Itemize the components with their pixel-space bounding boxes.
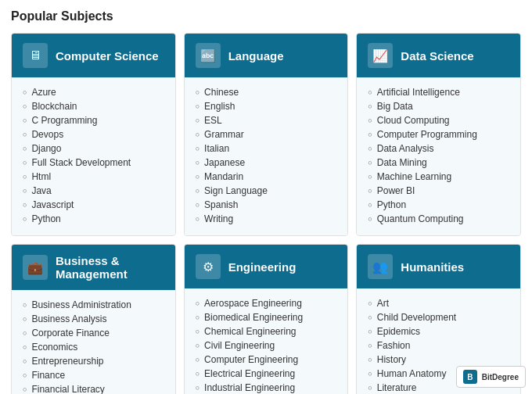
list-item[interactable]: Financial Literacy	[23, 382, 164, 394]
list-item[interactable]: Spanish	[196, 198, 337, 212]
humanities-icon: 👥	[368, 254, 393, 279]
list-item[interactable]: Business Analysis	[23, 312, 164, 326]
card-list-language: ChineseEnglishESLGrammarItalianJapaneseM…	[196, 85, 337, 226]
card-list-business-management: Business AdministrationBusiness Analysis…	[23, 298, 164, 394]
card-body-data-science: Artificial IntelligenceBig DataCloud Com…	[357, 77, 520, 235]
list-item[interactable]: Artificial Intelligence	[368, 85, 509, 99]
card-business-management: 💼Business & ManagementBusiness Administr…	[11, 244, 176, 394]
list-item[interactable]: Quantum Computing	[368, 212, 509, 226]
list-item[interactable]: Chinese	[196, 85, 337, 99]
list-item[interactable]: Html	[23, 170, 164, 184]
list-item[interactable]: Power BI	[368, 184, 509, 198]
card-header-engineering: ⚙Engineering	[185, 245, 348, 288]
page-title: Popular Subjects	[11, 9, 521, 23]
list-item[interactable]: Business Administration	[23, 298, 164, 312]
card-data-science: 📈Data ScienceArtificial IntelligenceBig …	[356, 33, 521, 236]
card-list-computer-science: AzureBlockchainC ProgrammingDevopsDjango…	[23, 85, 164, 226]
card-list-engineering: Aerospace EngineeringBiomedical Engineer…	[196, 296, 337, 394]
list-item[interactable]: Python	[23, 212, 164, 226]
list-item[interactable]: Italian	[196, 141, 337, 156]
card-body-business-management: Business AdministrationBusiness Analysis…	[12, 290, 175, 394]
bitdegree-logo: B	[463, 370, 477, 384]
card-body-engineering: Aerospace EngineeringBiomedical Engineer…	[185, 288, 348, 394]
list-item[interactable]: Child Development	[368, 310, 509, 324]
card-title-engineering: Engineering	[228, 260, 297, 274]
bitdegree-label: BitDegree	[482, 373, 519, 381]
list-item[interactable]: Javascript	[23, 198, 164, 212]
list-item[interactable]: Data Analysis	[368, 141, 509, 156]
list-item[interactable]: Economics	[23, 340, 164, 354]
list-item[interactable]: Electrical Engineering	[196, 367, 337, 381]
list-item[interactable]: Biomedical Engineering	[196, 310, 337, 324]
card-computer-science: 🖥Computer ScienceAzureBlockchainC Progra…	[11, 33, 176, 236]
list-item[interactable]: Azure	[23, 85, 164, 99]
card-header-business-management: 💼Business & Management	[12, 245, 175, 290]
card-header-humanities: 👥Humanities	[357, 245, 520, 288]
list-item[interactable]: Java	[23, 184, 164, 198]
list-item[interactable]: Full Stack Development	[23, 156, 164, 170]
list-item[interactable]: Corporate Finance	[23, 326, 164, 340]
bitdegree-badge: B BitDegree	[456, 366, 526, 388]
card-body-computer-science: AzureBlockchainC ProgrammingDevopsDjango…	[12, 77, 175, 235]
list-item[interactable]: English	[196, 99, 337, 113]
list-item[interactable]: Cloud Computing	[368, 113, 509, 127]
card-header-language: 🔤Language	[185, 34, 348, 77]
card-list-data-science: Artificial IntelligenceBig DataCloud Com…	[368, 85, 509, 226]
card-language: 🔤LanguageChineseEnglishESLGrammarItalian…	[184, 33, 349, 236]
list-item[interactable]: Sign Language	[196, 184, 337, 198]
list-item[interactable]: Writing	[196, 212, 337, 226]
list-item[interactable]: Japanese	[196, 156, 337, 170]
list-item[interactable]: Computer Engineering	[196, 353, 337, 367]
card-header-data-science: 📈Data Science	[357, 34, 520, 77]
list-item[interactable]: Machine Learning	[368, 170, 509, 184]
list-item[interactable]: Art	[368, 296, 509, 310]
list-item[interactable]: Industrial Engineering	[196, 381, 337, 394]
list-item[interactable]: Grammar	[196, 127, 337, 141]
subjects-grid: 🖥Computer ScienceAzureBlockchainC Progra…	[11, 33, 521, 394]
business-management-icon: 💼	[23, 255, 48, 280]
list-item[interactable]: ESL	[196, 113, 337, 127]
list-item[interactable]: C Programming	[23, 113, 164, 127]
card-title-computer-science: Computer Science	[56, 49, 159, 63]
card-title-language: Language	[228, 49, 284, 63]
list-item[interactable]: Fashion	[368, 338, 509, 353]
card-engineering: ⚙EngineeringAerospace EngineeringBiomedi…	[184, 244, 349, 394]
engineering-icon: ⚙	[196, 254, 221, 279]
list-item[interactable]: Big Data	[368, 99, 509, 113]
list-item[interactable]: Computer Programming	[368, 127, 509, 141]
list-item[interactable]: Entrepreneurship	[23, 354, 164, 368]
list-item[interactable]: Mandarin	[196, 170, 337, 184]
list-item[interactable]: Blockchain	[23, 99, 164, 113]
list-item[interactable]: History	[368, 353, 509, 367]
card-title-business-management: Business & Management	[56, 254, 164, 281]
card-title-data-science: Data Science	[401, 49, 473, 63]
list-item[interactable]: Devops	[23, 127, 164, 141]
card-header-computer-science: 🖥Computer Science	[12, 34, 175, 77]
card-body-language: ChineseEnglishESLGrammarItalianJapaneseM…	[185, 77, 348, 235]
card-title-humanities: Humanities	[401, 260, 464, 274]
data-science-icon: 📈	[368, 43, 393, 68]
list-item[interactable]: Finance	[23, 368, 164, 382]
list-item[interactable]: Chemical Engineering	[196, 324, 337, 338]
list-item[interactable]: Data Mining	[368, 156, 509, 170]
list-item[interactable]: Aerospace Engineering	[196, 296, 337, 310]
language-icon: 🔤	[196, 43, 221, 68]
list-item[interactable]: Civil Engineering	[196, 338, 337, 353]
list-item[interactable]: Epidemics	[368, 324, 509, 338]
list-item[interactable]: Django	[23, 141, 164, 156]
computer-science-icon: 🖥	[23, 43, 48, 68]
list-item[interactable]: Python	[368, 198, 509, 212]
